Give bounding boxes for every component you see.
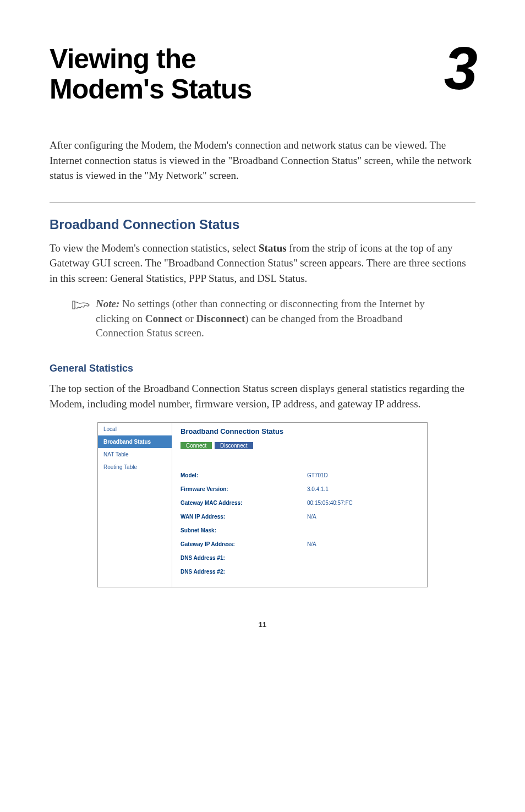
screenshot-broadband-status: Local Broadband Status NAT Table Routing…	[97, 422, 428, 587]
stats-value: N/A	[307, 514, 316, 520]
disconnect-button[interactable]: Disconnect	[215, 442, 253, 449]
stats-label: DNS Address #2:	[181, 569, 307, 575]
stats-value: N/A	[307, 541, 316, 547]
note-hand-icon	[72, 299, 90, 313]
section-divider	[50, 203, 475, 203]
note-label: Note:	[96, 298, 119, 309]
page-number: 11	[50, 620, 475, 629]
sidebar-item-nat-table[interactable]: NAT Table	[98, 448, 172, 461]
sidebar-item-local[interactable]: Local	[98, 423, 172, 435]
stats-row-mac: Gateway MAC Address: 00:15:05:40:57:FC	[181, 496, 419, 510]
note-b2: Disconnect	[196, 313, 245, 324]
stats-label: Gateway MAC Address:	[181, 500, 307, 506]
chapter-title: Viewing the Modem's Status	[50, 44, 251, 105]
note-b1: Connect	[145, 313, 183, 324]
chapter-title-line1: Viewing the	[50, 43, 196, 74]
stats-row-model: Model: GT701D	[181, 468, 419, 482]
stats-row-firmware: Firmware Version: 3.0.4.1.1	[181, 482, 419, 496]
section-heading-broadband: Broadband Connection Status	[50, 217, 475, 232]
subsection-body: The top section of the Broadband Connect…	[50, 381, 475, 411]
screenshot-buttons: Connect Disconnect	[181, 442, 419, 449]
chapter-header: Viewing the Modem's Status 3	[50, 44, 475, 105]
stats-value: 3.0.4.1.1	[307, 486, 329, 492]
section-body-pre: To view the Modem's connection statistic…	[50, 242, 259, 254]
stats-row-wanip: WAN IP Address: N/A	[181, 510, 419, 524]
stats-label: Subnet Mask:	[181, 527, 307, 533]
stats-table: Model: GT701D Firmware Version: 3.0.4.1.…	[181, 468, 419, 579]
stats-row-dns2: DNS Address #2:	[181, 565, 419, 579]
screenshot-content: Broadband Connection Status Connect Disc…	[172, 423, 427, 587]
section-body: To view the Modem's connection statistic…	[50, 241, 475, 286]
section-body-bold: Status	[259, 242, 287, 254]
stats-row-gatewayip: Gateway IP Address: N/A	[181, 537, 419, 551]
intro-paragraph: After configuring the Modem, the Modem's…	[50, 138, 475, 183]
stats-label: Firmware Version:	[181, 486, 307, 492]
stats-row-subnet: Subnet Mask:	[181, 524, 419, 537]
stats-label: Gateway IP Address:	[181, 541, 307, 547]
connect-button[interactable]: Connect	[181, 442, 212, 449]
stats-row-dns1: DNS Address #1:	[181, 551, 419, 565]
subsection-heading-general: General Statistics	[50, 363, 475, 374]
note-block: Note: No settings (other than connecting…	[72, 297, 475, 341]
stats-label: WAN IP Address:	[181, 514, 307, 520]
note-mid: or	[182, 313, 196, 324]
chapter-title-line2: Modem's Status	[50, 74, 251, 105]
sidebar-item-routing-table[interactable]: Routing Table	[98, 461, 172, 473]
screenshot-sidebar: Local Broadband Status NAT Table Routing…	[98, 423, 172, 587]
screenshot-content-title: Broadband Connection Status	[181, 427, 419, 435]
stats-value: GT701D	[307, 472, 328, 478]
chapter-number: 3	[444, 44, 475, 92]
sidebar-item-broadband-status[interactable]: Broadband Status	[98, 435, 172, 448]
note-text: Note: No settings (other than connecting…	[96, 297, 442, 341]
stats-label: DNS Address #1:	[181, 555, 307, 561]
stats-value: 00:15:05:40:57:FC	[307, 500, 353, 506]
stats-label: Model:	[181, 472, 307, 478]
